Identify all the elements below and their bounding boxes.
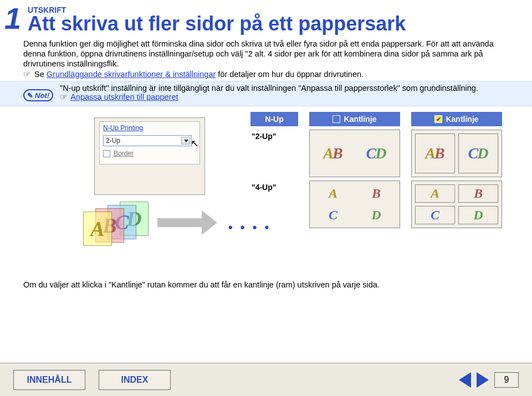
col-border-on: Kantlinje: [411, 112, 502, 126]
results-grid: N-Up Kantlinje Kantlinje "2-Up" AB CD AB…: [250, 112, 516, 228]
note-line1: "N-up utskrift" inställning är inte till…: [60, 84, 509, 92]
note-box: Not! "N-up utskrift" inställning är inte…: [0, 81, 532, 106]
note-body: "N-up utskrift" inställning är inte till…: [60, 84, 509, 101]
col-border-off: Kantlinje: [309, 112, 400, 126]
border-checkbox[interactable]: [103, 150, 110, 157]
checkbox-off-icon: [332, 115, 340, 123]
footer-note: Om du väljer att klicka i "Kantlinje" ru…: [0, 278, 532, 289]
page-a: A: [83, 212, 112, 246]
sheet-2up-border: AB CD: [411, 130, 502, 177]
half-cd: CD: [356, 133, 396, 173]
row-2up: "2-Up" AB CD AB CD: [250, 130, 516, 177]
page-controls: 9: [459, 372, 519, 388]
nup-select-value: 2-Up: [106, 137, 120, 145]
arrow-icon: [157, 210, 224, 235]
note-badge: Not!: [23, 89, 53, 101]
bottom-bar: INNEHÅLL INDEX 9: [0, 363, 532, 396]
col-nup: N-Up: [250, 112, 298, 126]
nup-select[interactable]: 2-Up: [103, 135, 192, 146]
col2-label: Kantlinje: [344, 115, 376, 124]
prev-page-button[interactable]: [459, 372, 471, 388]
source-pages: A B C D: [83, 200, 155, 250]
section-number: 1: [4, 3, 21, 33]
col3-label: Kantlinje: [446, 115, 478, 124]
see-pre: Se: [34, 70, 47, 79]
row-4up-label: "4-Up": [250, 181, 298, 228]
see-link[interactable]: Grundläggande skrivarfunktioner & instäl…: [47, 70, 216, 79]
intro-paragraph: Denna funktion ger dig möjlighet att för…: [0, 35, 532, 69]
half-ab: AB: [313, 133, 353, 173]
hand-icon: [23, 70, 32, 79]
half-cd: CD: [458, 133, 498, 173]
checkbox-on-icon: [434, 115, 442, 123]
title-block: UTSKRIFT Att skriva ut fler sidor på ett…: [28, 3, 532, 35]
results-header: N-Up Kantlinje Kantlinje: [250, 112, 516, 126]
sheet-2up-plain: AB CD: [309, 130, 400, 177]
page-number: 9: [494, 372, 519, 388]
sheet-4up-plain: A B C D: [309, 181, 400, 228]
page-title: Att skriva ut fler sidor på ett pappersa…: [28, 12, 532, 35]
diagram: N-Up Printing 2-Up Border ↖ A B C D • • …: [0, 112, 532, 278]
print-settings-panel: N-Up Printing 2-Up Border: [94, 117, 205, 195]
contents-button[interactable]: INNEHÅLL: [13, 370, 85, 390]
see-row: Se Grundläggande skrivarfunktioner & ins…: [0, 69, 532, 79]
next-page-button[interactable]: [477, 372, 489, 388]
border-checkbox-row: Border: [103, 150, 134, 157]
border-label: Border: [114, 150, 134, 157]
index-button[interactable]: INDEX: [99, 370, 171, 390]
half-ab: AB: [415, 133, 455, 173]
nup-group: N-Up Printing 2-Up Border: [99, 121, 200, 164]
group-label: N-Up Printing: [103, 124, 143, 132]
row-4up: "4-Up" A B C D A B C D: [250, 181, 516, 228]
row-2up-label: "2-Up": [250, 130, 298, 177]
header: 1 UTSKRIFT Att skriva ut fler sidor på e…: [0, 0, 532, 35]
note-link[interactable]: Anpassa utskrifen till papperet: [70, 92, 178, 101]
hand-icon: [60, 92, 69, 101]
see-post: för detaljer om hur du öppnar drivrutine…: [218, 70, 364, 79]
chevron-down-icon: [181, 137, 190, 145]
sheet-4up-border: A B C D: [411, 181, 502, 228]
